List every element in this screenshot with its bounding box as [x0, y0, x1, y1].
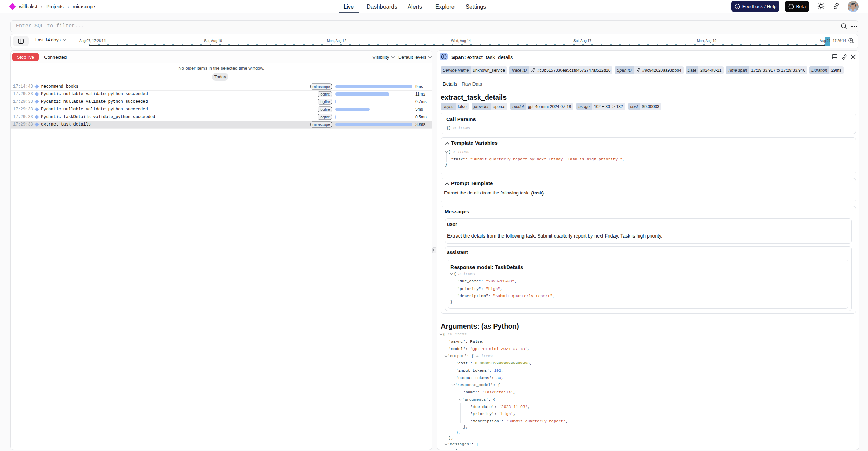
svg-text:?: ?: [736, 5, 738, 8]
